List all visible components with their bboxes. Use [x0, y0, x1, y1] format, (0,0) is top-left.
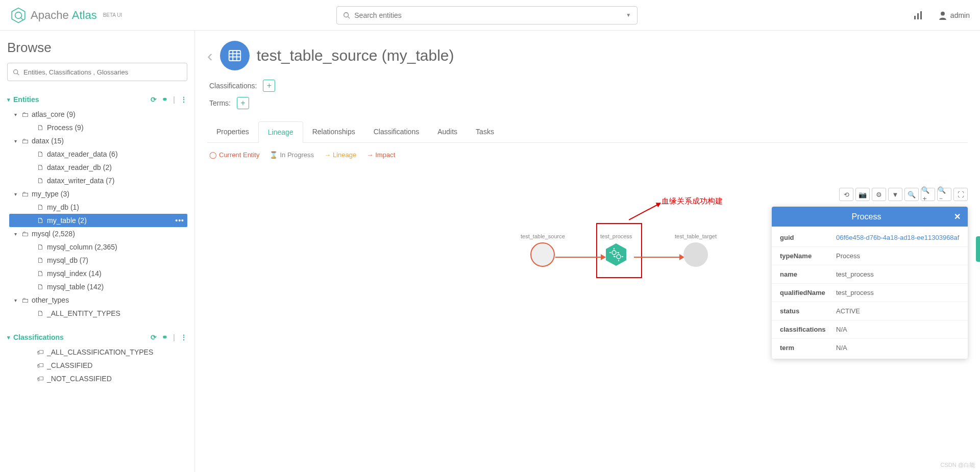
add-classification-button[interactable]: + — [263, 80, 275, 92]
classification-item[interactable]: 🏷_ALL_CLASSIFICATION_TYPES — [9, 345, 187, 359]
scroll-indicator — [976, 236, 980, 262]
sidebar-filter[interactable] — [7, 63, 187, 81]
svg-point-8 — [941, 11, 945, 15]
tree-item[interactable]: 🗋mysql_table (142) — [9, 280, 187, 293]
search-icon — [13, 69, 19, 76]
tree-item[interactable]: 🗋_ALL_ENTITY_TYPES — [9, 307, 187, 320]
beta-label: BETA UI — [103, 12, 122, 18]
close-icon[interactable]: ✕ — [954, 212, 961, 221]
browse-title: Browse — [7, 40, 187, 56]
refresh-icon[interactable]: ⟳ — [151, 95, 157, 104]
user-icon — [938, 11, 947, 20]
back-button[interactable]: ‹ — [207, 46, 213, 65]
table-icon — [683, 242, 708, 267]
process-icon — [605, 242, 627, 267]
entities-section-header[interactable]: ▾ Entities ⟳ ⚭ | ⋮ — [7, 91, 187, 108]
node-process[interactable]: test_process — [600, 233, 632, 267]
node-target[interactable]: test_table_target — [675, 233, 717, 267]
svg-rect-6 — [917, 13, 919, 19]
content-area: ‹ test_table_source (my_table) Classific… — [195, 31, 980, 472]
svg-marker-16 — [606, 243, 626, 266]
info-panel-header: Process ✕ — [772, 207, 968, 227]
svg-point-1 — [15, 12, 22, 18]
legend-current: ◯Current Entity — [209, 151, 259, 159]
tree-folder[interactable]: ▾🗀mysql (2,528) — [9, 227, 187, 240]
annotation-arrow — [629, 203, 661, 220]
info-row: typeNameProcess — [772, 247, 968, 265]
info-row: termN/A — [772, 339, 968, 357]
main-layout: Browse ▾ Entities ⟳ ⚭ | ⋮ ▾🗀atlas_core (… — [0, 31, 980, 472]
entity-title: test_table_source (my_table) — [257, 47, 454, 64]
tree-item[interactable]: 🗋mysql_index (14) — [9, 267, 187, 280]
legend-impact: →Impact — [366, 151, 395, 159]
tab-lineage[interactable]: Lineage — [258, 121, 303, 143]
tree-item[interactable]: 🗋mysql_column (2,365) — [9, 240, 187, 254]
entity-tabs: PropertiesLineageRelationshipsClassifica… — [207, 121, 968, 143]
tab-audits[interactable]: Audits — [428, 121, 467, 142]
svg-rect-7 — [920, 11, 922, 19]
tree-item[interactable]: 🗋mysql_db (7) — [9, 254, 187, 267]
entity-info-panel: Process ✕ guid06f6e458-d76b-4a18-ad18-ee… — [772, 207, 968, 359]
chevron-down-icon: ▾ — [7, 96, 10, 103]
classifications-section-header[interactable]: ▾ Classifications ⟳ ⚭ | ⋮ — [7, 329, 187, 345]
tree-folder[interactable]: ▾🗀datax (15) — [9, 134, 187, 147]
logo[interactable]: Apache Atlas BETA UI — [10, 7, 122, 23]
svg-marker-0 — [12, 8, 25, 22]
tree-item[interactable]: 🗋my_table (2)••• — [9, 214, 187, 227]
tree-item[interactable]: 🗋Process (9) — [9, 121, 187, 134]
svg-line-4 — [348, 16, 350, 18]
search-icon — [343, 12, 350, 19]
watermark: CSDN @白能 — [941, 461, 975, 469]
lineage-arrow — [555, 257, 605, 258]
lineage-legend: ◯Current Entity ⌛In Progress →Lineage →I… — [207, 143, 968, 167]
tab-classifications[interactable]: Classifications — [364, 121, 428, 142]
tab-tasks[interactable]: Tasks — [467, 121, 503, 142]
entity-type-icon — [220, 41, 250, 70]
filter-input[interactable] — [23, 68, 182, 76]
sidebar: Browse ▾ Entities ⟳ ⚭ | ⋮ ▾🗀atlas_core (… — [0, 31, 195, 472]
search-input[interactable] — [354, 11, 631, 19]
svg-line-2 — [21, 17, 23, 19]
info-panel-body: guid06f6e458-d76b-4a18-ad18-ee11303968af… — [772, 227, 968, 359]
add-term-button[interactable]: + — [237, 97, 249, 109]
svg-point-9 — [14, 69, 18, 73]
top-header: Apache Atlas BETA UI ▼ admin — [0, 0, 980, 31]
search-dropdown-icon[interactable]: ▼ — [626, 12, 631, 18]
tab-properties[interactable]: Properties — [207, 121, 258, 142]
more-icon[interactable]: ⋮ — [180, 95, 187, 104]
legend-lineage: →Lineage — [324, 151, 356, 159]
svg-rect-11 — [229, 51, 240, 61]
tab-relationships[interactable]: Relationships — [303, 121, 364, 142]
svg-point-3 — [344, 12, 349, 17]
global-search[interactable]: ▼ — [336, 6, 638, 24]
entity-tree: ▾🗀atlas_core (9)🗋Process (9)▾🗀datax (15)… — [9, 108, 187, 320]
tree-item[interactable]: 🗋datax_reader_db (2) — [9, 161, 187, 174]
legend-progress: ⌛In Progress — [270, 151, 313, 159]
chevron-down-icon: ▾ — [7, 334, 10, 341]
tree-item[interactable]: 🗋datax_reader_data (6) — [9, 147, 187, 161]
user-menu[interactable]: admin — [938, 11, 970, 20]
username: admin — [950, 11, 970, 19]
info-row: classificationsN/A — [772, 320, 968, 339]
link-icon[interactable]: ⚭ — [162, 333, 168, 341]
more-icon[interactable]: ⋮ — [180, 333, 187, 341]
info-row: nametest_process — [772, 265, 968, 284]
tree-folder[interactable]: ▾🗀other_types — [9, 293, 187, 307]
classifications-row: Classifications: + — [209, 80, 968, 92]
stats-icon[interactable] — [914, 11, 923, 20]
terms-row: Terms: + — [209, 97, 968, 109]
tree-folder[interactable]: ▾🗀atlas_core (9) — [9, 108, 187, 121]
info-row: qualifiedNametest_process — [772, 284, 968, 302]
node-source[interactable]: test_table_source — [521, 233, 565, 267]
atlas-logo-icon — [10, 7, 27, 23]
classification-item[interactable]: 🏷_NOT_CLASSIFIED — [9, 372, 187, 385]
link-icon[interactable]: ⚭ — [162, 95, 168, 104]
refresh-icon[interactable]: ⟳ — [151, 333, 157, 341]
tree-item[interactable]: 🗋my_db (1) — [9, 201, 187, 214]
svg-line-10 — [17, 73, 19, 74]
classification-item[interactable]: 🏷_CLASSIFIED — [9, 359, 187, 372]
tree-folder[interactable]: ▾🗀my_type (3) — [9, 187, 187, 201]
classification-tree: 🏷_ALL_CLASSIFICATION_TYPES🏷_CLASSIFIED🏷_… — [9, 345, 187, 385]
tree-item[interactable]: 🗋datax_writer_data (7) — [9, 174, 187, 187]
header-right: admin — [914, 11, 970, 20]
